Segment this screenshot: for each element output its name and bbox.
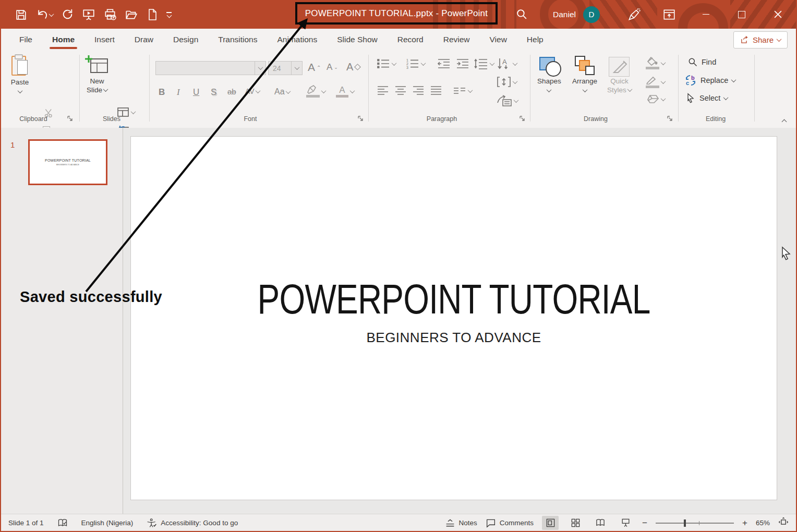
- customize-quick-access-toolbar-icon[interactable]: [166, 12, 172, 17]
- tab-review[interactable]: Review: [433, 29, 480, 51]
- feedback-pen-icon[interactable]: [627, 7, 642, 21]
- paste-button[interactable]: Paste: [10, 55, 29, 93]
- quick-styles-button[interactable]: Quick Styles: [607, 56, 632, 94]
- slideshow-view-button[interactable]: [617, 516, 634, 530]
- shape-outline-button[interactable]: [646, 76, 665, 88]
- columns-button[interactable]: [453, 86, 472, 95]
- zoom-level[interactable]: 65%: [756, 519, 770, 527]
- chevron-down-icon: [731, 77, 736, 82]
- maximize-button[interactable]: [730, 0, 754, 29]
- print-preview-icon[interactable]: [103, 8, 117, 21]
- tab-slide-show[interactable]: Slide Show: [327, 29, 388, 51]
- open-file-icon[interactable]: [125, 8, 138, 21]
- tab-help[interactable]: Help: [517, 29, 553, 51]
- tab-file[interactable]: File: [9, 29, 42, 51]
- ribbon-display-options-icon[interactable]: [662, 8, 676, 21]
- align-center-button[interactable]: [394, 85, 407, 96]
- redo-icon[interactable]: [61, 8, 74, 21]
- slide-number: 1: [10, 140, 15, 149]
- accessibility-status[interactable]: Accessibility: Good to go: [147, 518, 238, 528]
- collapse-ribbon-button[interactable]: [782, 116, 786, 126]
- slide-subtitle-text[interactable]: BEGINNERS TO ADVANCE: [130, 330, 777, 346]
- search-icon[interactable]: [515, 8, 528, 21]
- tab-insert[interactable]: Insert: [84, 29, 125, 51]
- increase-indent-button[interactable]: [456, 58, 469, 69]
- line-spacing-button[interactable]: [474, 58, 494, 69]
- drawing-dialog-launcher[interactable]: [667, 115, 673, 123]
- share-button[interactable]: Share: [733, 31, 788, 49]
- bold-button[interactable]: B: [159, 87, 165, 98]
- bullets-button[interactable]: [377, 58, 396, 69]
- replace-button[interactable]: bc Replace: [684, 75, 735, 86]
- minimize-button[interactable]: [694, 0, 718, 29]
- avatar[interactable]: D: [583, 6, 600, 23]
- decrease-indent-button[interactable]: [437, 58, 451, 69]
- tab-animations[interactable]: Animations: [267, 29, 327, 51]
- zoom-out-button[interactable]: −: [642, 518, 647, 528]
- shapes-button[interactable]: Shapes: [537, 56, 561, 92]
- italic-button[interactable]: I: [177, 87, 180, 98]
- undo-button[interactable]: [35, 8, 53, 21]
- shape-effects-button[interactable]: [646, 93, 665, 105]
- text-direction-button[interactable]: A: [497, 57, 517, 70]
- arrange-button[interactable]: Arrange: [572, 56, 597, 92]
- new-slide-button[interactable]: New Slide: [84, 55, 110, 94]
- font-size-combobox[interactable]: 24: [268, 61, 303, 75]
- character-spacing-button[interactable]: AV: [245, 87, 260, 95]
- slide-sorter-view-button[interactable]: [567, 516, 584, 530]
- tab-transitions[interactable]: Transitions: [208, 29, 267, 51]
- tab-record[interactable]: Record: [388, 29, 433, 51]
- strikethrough-button[interactable]: ab: [227, 87, 236, 96]
- change-case-button[interactable]: Aa: [274, 87, 290, 96]
- find-button[interactable]: Find: [687, 57, 716, 67]
- select-button[interactable]: Select: [685, 92, 728, 104]
- align-text-button[interactable]: [497, 76, 517, 88]
- clear-formatting-button[interactable]: A: [346, 61, 360, 73]
- minimize-icon: [703, 14, 709, 15]
- comments-button[interactable]: Comments: [486, 518, 534, 528]
- notes-button[interactable]: Notes: [445, 518, 477, 528]
- close-button[interactable]: [766, 0, 790, 29]
- language-indicator[interactable]: English (Nigeria): [81, 519, 134, 527]
- align-right-button[interactable]: [412, 85, 425, 96]
- fit-slide-to-window-button[interactable]: [778, 517, 789, 529]
- text-highlight-color-button[interactable]: [306, 85, 325, 98]
- save-icon[interactable]: [15, 8, 28, 21]
- font-dialog-launcher[interactable]: [357, 115, 364, 123]
- tab-draw[interactable]: Draw: [125, 29, 163, 51]
- zoom-slider-thumb[interactable]: [684, 519, 686, 527]
- paragraph-dialog-launcher[interactable]: [519, 115, 525, 123]
- new-file-icon[interactable]: [146, 8, 159, 21]
- align-left-button[interactable]: [377, 85, 389, 96]
- grow-font-button[interactable]: A⌃: [308, 61, 321, 74]
- zoom-in-button[interactable]: +: [742, 518, 747, 528]
- text-shadow-button[interactable]: S: [211, 87, 216, 98]
- clipboard-dialog-launcher[interactable]: [67, 115, 73, 123]
- numbering-button[interactable]: 123: [406, 58, 425, 69]
- font-color-button[interactable]: A: [336, 85, 354, 98]
- chevron-down-icon: [255, 88, 260, 93]
- shape-fill-button[interactable]: [646, 57, 665, 69]
- tab-home[interactable]: Home: [42, 29, 84, 51]
- slide-thumbnail-1[interactable]: POWERPOINT TUTORIAL BEGINNERS TO ADVANCE: [28, 139, 107, 185]
- slide-indicator[interactable]: Slide 1 of 1: [8, 519, 44, 527]
- tab-design[interactable]: Design: [163, 29, 208, 51]
- zoom-slider[interactable]: [656, 523, 734, 524]
- convert-to-smartart-button[interactable]: [497, 94, 518, 107]
- chevron-down-icon[interactable]: [49, 11, 54, 17]
- slide-title-text[interactable]: POWERPOINT TUTORIAL: [195, 275, 713, 323]
- justify-button[interactable]: [430, 85, 442, 96]
- reading-view-button[interactable]: [592, 516, 609, 530]
- user-name[interactable]: Daniel: [553, 10, 576, 19]
- spell-check-icon[interactable]: [57, 518, 68, 528]
- normal-view-button[interactable]: [542, 516, 559, 530]
- chevron-down-icon: [513, 61, 518, 66]
- shrink-font-button[interactable]: A⌄: [327, 62, 338, 72]
- font-name-combobox[interactable]: [155, 61, 266, 75]
- tab-view[interactable]: View: [480, 29, 517, 51]
- powerpoint-window: POWERPOINT TUTORIAL.pptx - PowerPoint Da…: [0, 0, 797, 532]
- status-bar: Slide 1 of 1 English (Nigeria) Accessibi…: [1, 514, 797, 531]
- start-slideshow-icon[interactable]: [82, 8, 95, 21]
- svg-text:c: c: [686, 80, 689, 86]
- underline-button[interactable]: U: [193, 87, 199, 98]
